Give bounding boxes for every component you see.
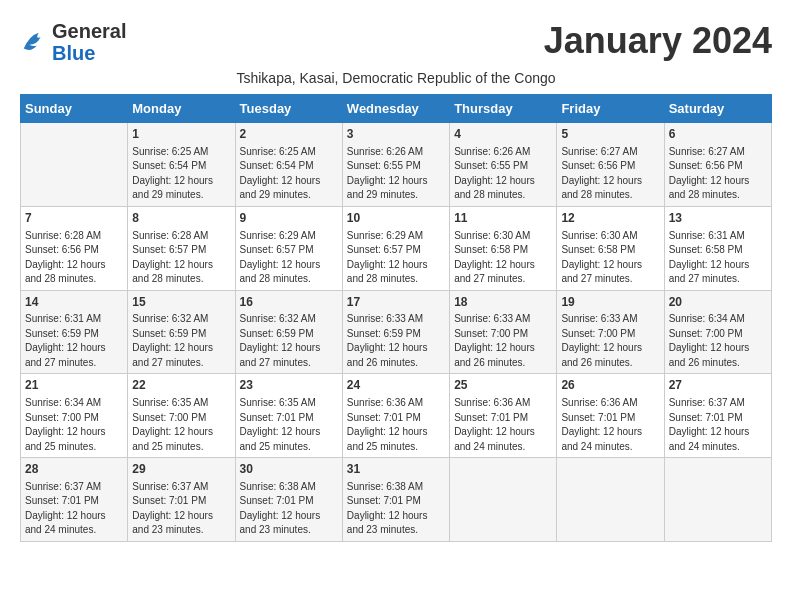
day-info: Sunrise: 6:27 AM Sunset: 6:56 PM Dayligh… — [561, 145, 659, 203]
day-info: Sunrise: 6:38 AM Sunset: 7:01 PM Dayligh… — [347, 480, 445, 538]
weekday-header-wednesday: Wednesday — [342, 95, 449, 123]
calendar-cell: 1Sunrise: 6:25 AM Sunset: 6:54 PM Daylig… — [128, 123, 235, 207]
day-info: Sunrise: 6:36 AM Sunset: 7:01 PM Dayligh… — [347, 396, 445, 454]
calendar-table: SundayMondayTuesdayWednesdayThursdayFrid… — [20, 94, 772, 542]
day-number: 1 — [132, 126, 230, 143]
day-info: Sunrise: 6:25 AM Sunset: 6:54 PM Dayligh… — [132, 145, 230, 203]
logo-blue-text: Blue — [52, 42, 95, 64]
weekday-header-sunday: Sunday — [21, 95, 128, 123]
day-number: 12 — [561, 210, 659, 227]
day-info: Sunrise: 6:34 AM Sunset: 7:00 PM Dayligh… — [669, 312, 767, 370]
calendar-cell: 13Sunrise: 6:31 AM Sunset: 6:58 PM Dayli… — [664, 206, 771, 290]
day-number: 3 — [347, 126, 445, 143]
calendar-cell: 21Sunrise: 6:34 AM Sunset: 7:00 PM Dayli… — [21, 374, 128, 458]
day-info: Sunrise: 6:33 AM Sunset: 7:00 PM Dayligh… — [454, 312, 552, 370]
calendar-cell: 18Sunrise: 6:33 AM Sunset: 7:00 PM Dayli… — [450, 290, 557, 374]
calendar-cell: 2Sunrise: 6:25 AM Sunset: 6:54 PM Daylig… — [235, 123, 342, 207]
day-info: Sunrise: 6:26 AM Sunset: 6:55 PM Dayligh… — [347, 145, 445, 203]
day-number: 31 — [347, 461, 445, 478]
location-subtitle: Tshikapa, Kasai, Democratic Republic of … — [20, 70, 772, 86]
day-number: 14 — [25, 294, 123, 311]
day-number: 23 — [240, 377, 338, 394]
day-number: 2 — [240, 126, 338, 143]
calendar-cell — [21, 123, 128, 207]
day-info: Sunrise: 6:32 AM Sunset: 6:59 PM Dayligh… — [132, 312, 230, 370]
day-info: Sunrise: 6:36 AM Sunset: 7:01 PM Dayligh… — [561, 396, 659, 454]
calendar-cell: 4Sunrise: 6:26 AM Sunset: 6:55 PM Daylig… — [450, 123, 557, 207]
day-info: Sunrise: 6:30 AM Sunset: 6:58 PM Dayligh… — [561, 229, 659, 287]
calendar-week-row: 21Sunrise: 6:34 AM Sunset: 7:00 PM Dayli… — [21, 374, 772, 458]
calendar-cell: 11Sunrise: 6:30 AM Sunset: 6:58 PM Dayli… — [450, 206, 557, 290]
day-info: Sunrise: 6:28 AM Sunset: 6:57 PM Dayligh… — [132, 229, 230, 287]
weekday-header-friday: Friday — [557, 95, 664, 123]
day-number: 30 — [240, 461, 338, 478]
calendar-cell: 3Sunrise: 6:26 AM Sunset: 6:55 PM Daylig… — [342, 123, 449, 207]
day-number: 4 — [454, 126, 552, 143]
day-number: 27 — [669, 377, 767, 394]
day-number: 17 — [347, 294, 445, 311]
day-number: 10 — [347, 210, 445, 227]
day-number: 19 — [561, 294, 659, 311]
calendar-cell: 25Sunrise: 6:36 AM Sunset: 7:01 PM Dayli… — [450, 374, 557, 458]
weekday-header-tuesday: Tuesday — [235, 95, 342, 123]
calendar-cell: 16Sunrise: 6:32 AM Sunset: 6:59 PM Dayli… — [235, 290, 342, 374]
day-info: Sunrise: 6:37 AM Sunset: 7:01 PM Dayligh… — [25, 480, 123, 538]
day-number: 28 — [25, 461, 123, 478]
day-number: 6 — [669, 126, 767, 143]
calendar-cell: 27Sunrise: 6:37 AM Sunset: 7:01 PM Dayli… — [664, 374, 771, 458]
day-number: 5 — [561, 126, 659, 143]
day-number: 11 — [454, 210, 552, 227]
day-number: 16 — [240, 294, 338, 311]
day-number: 15 — [132, 294, 230, 311]
day-info: Sunrise: 6:27 AM Sunset: 6:56 PM Dayligh… — [669, 145, 767, 203]
day-info: Sunrise: 6:29 AM Sunset: 6:57 PM Dayligh… — [347, 229, 445, 287]
calendar-cell: 5Sunrise: 6:27 AM Sunset: 6:56 PM Daylig… — [557, 123, 664, 207]
calendar-cell: 31Sunrise: 6:38 AM Sunset: 7:01 PM Dayli… — [342, 458, 449, 542]
calendar-cell: 20Sunrise: 6:34 AM Sunset: 7:00 PM Dayli… — [664, 290, 771, 374]
calendar-cell: 6Sunrise: 6:27 AM Sunset: 6:56 PM Daylig… — [664, 123, 771, 207]
month-title: January 2024 — [544, 20, 772, 62]
logo: General Blue — [20, 20, 126, 64]
calendar-cell: 12Sunrise: 6:30 AM Sunset: 6:58 PM Dayli… — [557, 206, 664, 290]
calendar-cell: 28Sunrise: 6:37 AM Sunset: 7:01 PM Dayli… — [21, 458, 128, 542]
weekday-header-row: SundayMondayTuesdayWednesdayThursdayFrid… — [21, 95, 772, 123]
day-info: Sunrise: 6:33 AM Sunset: 7:00 PM Dayligh… — [561, 312, 659, 370]
calendar-cell: 15Sunrise: 6:32 AM Sunset: 6:59 PM Dayli… — [128, 290, 235, 374]
day-info: Sunrise: 6:33 AM Sunset: 6:59 PM Dayligh… — [347, 312, 445, 370]
calendar-cell: 9Sunrise: 6:29 AM Sunset: 6:57 PM Daylig… — [235, 206, 342, 290]
day-info: Sunrise: 6:35 AM Sunset: 7:00 PM Dayligh… — [132, 396, 230, 454]
day-info: Sunrise: 6:29 AM Sunset: 6:57 PM Dayligh… — [240, 229, 338, 287]
day-info: Sunrise: 6:36 AM Sunset: 7:01 PM Dayligh… — [454, 396, 552, 454]
calendar-cell: 7Sunrise: 6:28 AM Sunset: 6:56 PM Daylig… — [21, 206, 128, 290]
day-number: 20 — [669, 294, 767, 311]
day-info: Sunrise: 6:30 AM Sunset: 6:58 PM Dayligh… — [454, 229, 552, 287]
day-number: 8 — [132, 210, 230, 227]
day-info: Sunrise: 6:35 AM Sunset: 7:01 PM Dayligh… — [240, 396, 338, 454]
day-number: 13 — [669, 210, 767, 227]
day-number: 24 — [347, 377, 445, 394]
day-number: 9 — [240, 210, 338, 227]
weekday-header-thursday: Thursday — [450, 95, 557, 123]
logo-bird-icon — [20, 28, 48, 56]
calendar-cell: 19Sunrise: 6:33 AM Sunset: 7:00 PM Dayli… — [557, 290, 664, 374]
calendar-cell: 23Sunrise: 6:35 AM Sunset: 7:01 PM Dayli… — [235, 374, 342, 458]
calendar-cell: 10Sunrise: 6:29 AM Sunset: 6:57 PM Dayli… — [342, 206, 449, 290]
day-number: 26 — [561, 377, 659, 394]
day-info: Sunrise: 6:38 AM Sunset: 7:01 PM Dayligh… — [240, 480, 338, 538]
calendar-cell: 26Sunrise: 6:36 AM Sunset: 7:01 PM Dayli… — [557, 374, 664, 458]
day-number: 22 — [132, 377, 230, 394]
day-info: Sunrise: 6:37 AM Sunset: 7:01 PM Dayligh… — [132, 480, 230, 538]
weekday-header-saturday: Saturday — [664, 95, 771, 123]
calendar-cell — [664, 458, 771, 542]
day-number: 7 — [25, 210, 123, 227]
calendar-week-row: 1Sunrise: 6:25 AM Sunset: 6:54 PM Daylig… — [21, 123, 772, 207]
calendar-cell: 30Sunrise: 6:38 AM Sunset: 7:01 PM Dayli… — [235, 458, 342, 542]
day-info: Sunrise: 6:31 AM Sunset: 6:58 PM Dayligh… — [669, 229, 767, 287]
day-number: 25 — [454, 377, 552, 394]
logo-general-text: General — [52, 20, 126, 42]
calendar-week-row: 28Sunrise: 6:37 AM Sunset: 7:01 PM Dayli… — [21, 458, 772, 542]
day-info: Sunrise: 6:34 AM Sunset: 7:00 PM Dayligh… — [25, 396, 123, 454]
day-info: Sunrise: 6:37 AM Sunset: 7:01 PM Dayligh… — [669, 396, 767, 454]
calendar-week-row: 7Sunrise: 6:28 AM Sunset: 6:56 PM Daylig… — [21, 206, 772, 290]
calendar-cell: 14Sunrise: 6:31 AM Sunset: 6:59 PM Dayli… — [21, 290, 128, 374]
